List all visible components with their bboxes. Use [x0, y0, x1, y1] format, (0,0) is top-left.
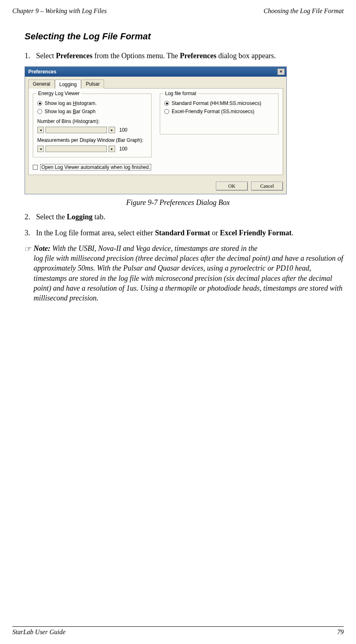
- dialog-titlebar[interactable]: Preferences ×: [25, 67, 286, 77]
- header-right: Choosing the Log File Format: [263, 7, 344, 15]
- autoopen-row[interactable]: Open Log Viewer automatically when log f…: [33, 164, 279, 171]
- step-3-text-e: .: [292, 229, 294, 237]
- tab-pulsar[interactable]: Pulsar: [81, 80, 104, 89]
- step-1: 1. Select Preferences from the Options m…: [25, 51, 344, 61]
- step-3-text-a: In the Log file format area, select eith…: [36, 229, 155, 237]
- step-1-text-e: dialog box appears.: [216, 52, 276, 60]
- measurements-slider[interactable]: ◂ ▸ 100: [37, 146, 147, 152]
- radio-excel-label: Excel-Friendly Format (SS.microsecs): [172, 109, 254, 114]
- step-2-text-a: Select the: [36, 213, 67, 221]
- dialog-button-row: OK Cancel: [25, 178, 286, 194]
- bins-label: Number of Bins (Histogram):: [37, 118, 147, 124]
- step-3-number: 3.: [25, 228, 30, 238]
- meas-right-arrow-icon[interactable]: ▸: [109, 146, 115, 152]
- tab-general[interactable]: General: [28, 80, 55, 89]
- radio-standard-label: Standard Format (HH:MM:SS.microsecs): [172, 100, 261, 106]
- step-1-bold-2: Preferences: [180, 52, 216, 60]
- radio-bargraph-label: Show log as Bar Graph: [45, 109, 95, 114]
- section-title: Selecting the Log File Format: [25, 31, 344, 42]
- group-format-legend: Log file format: [163, 91, 198, 96]
- close-button[interactable]: ×: [277, 68, 285, 75]
- radio-histogram-label: Show log as Histogram.: [45, 100, 97, 106]
- ok-button[interactable]: OK: [216, 182, 248, 191]
- bins-left-arrow-icon[interactable]: ◂: [37, 127, 44, 133]
- autoopen-checkbox[interactable]: [33, 165, 38, 170]
- step-1-bold-1: Preferences: [56, 52, 92, 60]
- note-icon: ☞: [25, 243, 32, 303]
- footer-right: 79: [337, 628, 344, 636]
- meas-value: 100: [119, 146, 127, 152]
- radio-excel-format[interactable]: [164, 109, 169, 114]
- radio-histogram[interactable]: [37, 101, 42, 106]
- radio-standard-row[interactable]: Standard Format (HH:MM:SS.microsecs): [164, 100, 274, 106]
- note-label: Note:: [34, 244, 50, 253]
- tab-logging[interactable]: Logging: [55, 80, 82, 89]
- meas-track[interactable]: [45, 146, 107, 152]
- radio-histogram-row[interactable]: Show log as Histogram.: [37, 100, 147, 106]
- note-body-firstline: With the USBI, Nova-II and Vega device, …: [50, 244, 258, 253]
- group-energy-legend: Energy Log Viewer: [36, 91, 81, 96]
- meas-left-arrow-icon[interactable]: ◂: [37, 146, 44, 152]
- note-block: ☞ Note: With the USBI, Nova-II and Vega …: [25, 243, 344, 303]
- group-energy-log-viewer: Energy Log Viewer Show log as Histogram.…: [33, 93, 152, 157]
- note-body-rest: log file with millisecond precision (thr…: [34, 253, 344, 303]
- step-3: 3. In the Log file format area, select e…: [25, 228, 344, 238]
- step-1-number: 1.: [25, 51, 30, 61]
- step-2-number: 2.: [25, 212, 30, 222]
- radio-standard-format[interactable]: [164, 101, 169, 106]
- page-footer: StarLab User Guide 79: [12, 626, 344, 636]
- step-2-text-c: tab.: [93, 213, 105, 221]
- bins-slider[interactable]: ◂ ▸ 100: [37, 127, 147, 133]
- group-log-file-format: Log file format Standard Format (HH:MM:S…: [160, 93, 279, 134]
- dialog-title: Preferences: [28, 69, 57, 75]
- radio-bargraph[interactable]: [37, 109, 42, 114]
- step-3-text-c: or: [210, 229, 220, 237]
- tab-panel-logging: Energy Log Viewer Show log as Histogram.…: [28, 88, 283, 175]
- cancel-button[interactable]: Cancel: [251, 182, 283, 191]
- page-header: Chapter 9 – Working with Log Files Choos…: [12, 7, 344, 15]
- radio-bargraph-row[interactable]: Show log as Bar Graph: [37, 109, 147, 114]
- tabs-row: General Logging Pulsar: [25, 77, 286, 88]
- radio-excel-row[interactable]: Excel-Friendly Format (SS.microsecs): [164, 109, 274, 114]
- step-2-bold: Logging: [67, 213, 93, 221]
- header-left: Chapter 9 – Working with Log Files: [12, 7, 107, 15]
- step-3-bold-1: Standard Format: [155, 229, 210, 237]
- autoopen-label: Open Log Viewer automatically when log f…: [40, 164, 151, 171]
- step-1-text-a: Select: [36, 52, 56, 60]
- preferences-dialog: Preferences × General Logging Pulsar Ene…: [25, 66, 287, 194]
- bins-value: 100: [119, 127, 127, 133]
- footer-left: StarLab User Guide: [12, 628, 66, 636]
- bins-track[interactable]: [45, 127, 107, 133]
- bins-right-arrow-icon[interactable]: ▸: [109, 127, 115, 133]
- step-2: 2. Select the Logging tab.: [25, 212, 344, 222]
- figure-caption: Figure 9-7 Preferences Dialog Box: [12, 198, 344, 207]
- step-3-bold-2: Excel Friendly Format: [220, 229, 292, 237]
- step-1-text-c: from the Options menu. The: [93, 52, 180, 60]
- measurements-label: Measurements per Display Window (Bar Gra…: [37, 137, 147, 143]
